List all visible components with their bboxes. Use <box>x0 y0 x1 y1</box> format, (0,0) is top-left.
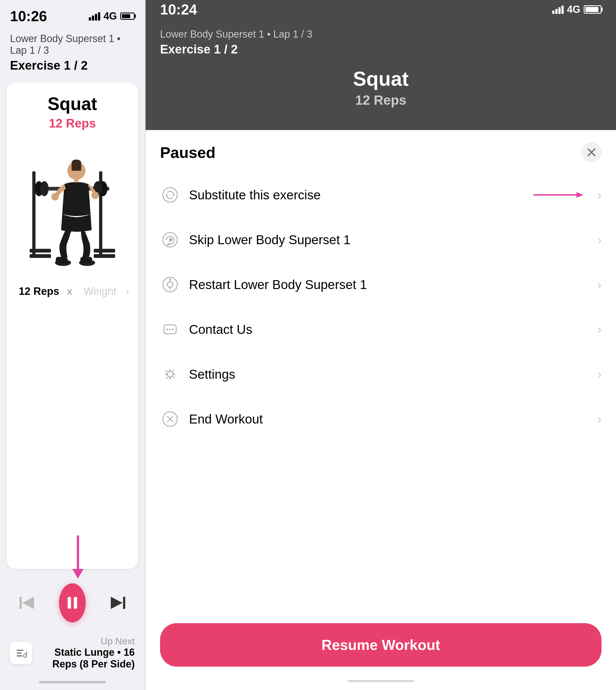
svg-rect-4 <box>29 254 51 258</box>
next-icon <box>108 593 128 613</box>
chevron-icon-settings: › <box>597 367 601 381</box>
sheet-title: Paused <box>160 144 216 161</box>
right-status-icons: 4G <box>552 4 601 15</box>
exercise-stats-row: 12 Reps x Weight › <box>16 280 129 297</box>
stat-reps: 12 Reps <box>16 285 62 297</box>
svg-rect-21 <box>20 597 22 609</box>
network-label: 4G <box>104 10 117 22</box>
svg-rect-34 <box>26 652 27 653</box>
chevron-right-icon: › <box>126 285 129 297</box>
sheet-header: Paused <box>146 142 616 173</box>
svg-point-37 <box>163 188 177 202</box>
substitute-label: Substitute this exercise <box>189 188 531 202</box>
squat-illustration <box>22 139 123 273</box>
svg-rect-13 <box>71 163 81 171</box>
svg-marker-38 <box>172 194 175 196</box>
svg-rect-23 <box>68 597 71 609</box>
svg-point-16 <box>91 192 99 199</box>
right-exercise-preview: Squat 12 Reps <box>160 56 601 113</box>
pause-button[interactable] <box>59 583 86 622</box>
left-workout-subtitle: Lower Body Superset 1 • Lap 1 / 3 <box>10 33 135 56</box>
svg-rect-30 <box>17 652 22 654</box>
next-button[interactable] <box>108 592 128 614</box>
svg-marker-28 <box>72 569 84 579</box>
pink-pointer-arrow <box>531 188 586 202</box>
svg-marker-41 <box>576 192 584 198</box>
up-next-exercise: Static Lunge • 16 Reps (8 Per Side) <box>38 647 135 670</box>
skip-label: Skip Lower Body Superset 1 <box>189 232 597 247</box>
right-bg: 10:24 4G Lower Body Superset 1 • Lap 1 /… <box>146 0 616 130</box>
svg-point-15 <box>51 193 59 200</box>
svg-rect-24 <box>74 597 77 609</box>
resume-workout-button[interactable]: Resume Workout <box>160 623 601 667</box>
right-status-bar: 10:24 4G <box>146 0 616 21</box>
left-status-icons: 4G <box>89 10 135 22</box>
right-workout-title: Exercise 1 / 2 <box>160 42 601 56</box>
settings-label: Settings <box>189 367 597 382</box>
menu-item-substitute[interactable]: Substitute this exercise › <box>146 173 616 217</box>
svg-point-8 <box>40 181 49 196</box>
stat-x: x <box>62 285 76 297</box>
home-indicator-right <box>347 680 414 682</box>
close-button[interactable] <box>581 142 601 162</box>
menu-item-restart[interactable]: Restart Lower Body Superset 1 › <box>146 262 616 307</box>
right-network-label: 4G <box>567 4 580 15</box>
home-indicator-left <box>39 681 106 683</box>
left-status-bar: 10:26 4G <box>0 0 145 27</box>
signal-icon <box>89 12 100 21</box>
svg-rect-26 <box>123 597 125 609</box>
svg-point-53 <box>172 328 174 330</box>
skip-back-button[interactable] <box>17 592 37 614</box>
resume-label: Resume Workout <box>322 637 440 653</box>
chevron-icon-end: › <box>597 412 601 426</box>
exercise-reps: 12 Reps <box>49 116 96 130</box>
right-signal-icon <box>552 5 564 14</box>
substitute-icon <box>160 185 180 205</box>
right-exercise-reps: 12 Reps <box>160 92 601 108</box>
contact-icon <box>160 319 180 340</box>
controls-bar <box>0 575 145 630</box>
left-time: 10:26 <box>10 8 47 24</box>
menu-item-skip[interactable]: Skip Lower Body Superset 1 › <box>146 217 616 262</box>
menu-item-end-workout[interactable]: End Workout › <box>146 397 616 441</box>
exercise-image <box>22 139 123 273</box>
paused-sheet: Paused <box>146 130 616 690</box>
svg-point-51 <box>167 328 168 330</box>
svg-rect-2 <box>29 249 51 253</box>
stat-weight: Weight <box>76 285 123 297</box>
skip-back-icon <box>17 593 37 613</box>
right-battery-icon <box>584 5 601 14</box>
svg-point-52 <box>169 328 171 330</box>
right-time: 10:24 <box>160 1 197 18</box>
skip-icon <box>160 230 180 250</box>
up-next-text: Up Next Static Lunge • 16 Reps (8 Per Si… <box>38 636 135 670</box>
restart-icon <box>160 275 180 295</box>
right-panel: 10:24 4G Lower Body Superset 1 • Lap 1 /… <box>146 0 616 690</box>
pause-icon <box>63 593 82 612</box>
left-workout-title: Exercise 1 / 2 <box>10 59 135 72</box>
svg-rect-3 <box>94 249 115 253</box>
right-exercise-name: Squat <box>160 67 601 90</box>
svg-point-46 <box>167 282 173 287</box>
left-workout-info: Lower Body Superset 1 • Lap 1 / 3 Exerci… <box>0 27 145 77</box>
settings-icon <box>160 364 180 384</box>
pink-arrow <box>61 533 95 583</box>
svg-point-54 <box>167 371 173 377</box>
up-next-label: Up Next <box>38 636 135 647</box>
right-workout-subtitle: Lower Body Superset 1 • Lap 1 / 3 <box>160 28 601 40</box>
svg-marker-49 <box>169 279 171 281</box>
svg-rect-29 <box>17 650 23 651</box>
menu-item-settings[interactable]: Settings › <box>146 352 616 397</box>
chevron-icon-restart: › <box>597 278 601 292</box>
music-icon[interactable] <box>10 642 32 664</box>
end-workout-icon <box>160 409 180 429</box>
chevron-icon-substitute: › <box>597 188 601 202</box>
left-panel: 10:26 4G Lower Body Superset 1 • Lap 1 /… <box>0 0 145 690</box>
svg-marker-22 <box>22 597 34 609</box>
up-next-bar: Up Next Static Lunge • 16 Reps (8 Per Si… <box>0 630 145 675</box>
battery-icon <box>120 13 135 20</box>
svg-rect-20 <box>81 257 92 263</box>
exercise-name: Squat <box>48 93 97 114</box>
menu-item-contact[interactable]: Contact Us › <box>146 307 616 352</box>
menu-list: Substitute this exercise › <box>146 173 616 614</box>
